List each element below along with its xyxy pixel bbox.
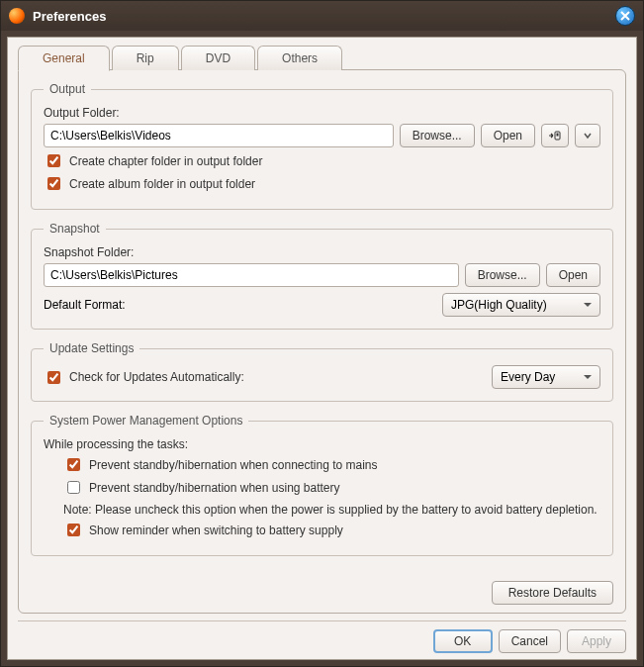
apply-button[interactable]: Apply xyxy=(567,629,626,653)
tab-others[interactable]: Others xyxy=(257,46,342,70)
output-folder-input[interactable] xyxy=(44,124,394,147)
snapshot-browse-button[interactable]: Browse... xyxy=(465,263,540,287)
snapshot-group: Snapshot Snapshot Folder: Browse... Open… xyxy=(31,222,613,330)
dialog-button-row: OK Cancel Apply xyxy=(18,620,626,653)
create-chapter-folder-label: Create chapter folder in output folder xyxy=(69,154,262,168)
prevent-standby-mains-checkbox[interactable] xyxy=(67,458,80,471)
power-while-label: While processing the tasks: xyxy=(44,437,600,451)
prevent-standby-battery-label: Prevent standby/hibernation when using b… xyxy=(89,481,340,495)
show-battery-reminder-checkbox[interactable] xyxy=(67,524,80,536)
check-updates-checkbox[interactable] xyxy=(47,371,60,384)
output-group: Output Output Folder: Browse... Open xyxy=(31,82,613,210)
app-icon xyxy=(9,8,25,24)
power-note: Note: Please uncheck this option when th… xyxy=(63,503,600,517)
tab-body: Output Output Folder: Browse... Open xyxy=(18,69,626,614)
window-title: Preferences xyxy=(33,9,615,24)
updates-group: Update Settings Check for Updates Automa… xyxy=(31,341,613,402)
svg-rect-1 xyxy=(557,134,559,137)
create-album-folder-checkbox[interactable] xyxy=(47,177,60,190)
power-group: System Power Management Options While pr… xyxy=(31,414,613,556)
check-updates-label: Check for Updates Automatically: xyxy=(69,370,244,384)
tab-bar: General Rip DVD Others xyxy=(18,46,626,70)
create-chapter-folder-checkbox[interactable] xyxy=(47,154,60,167)
default-format-label: Default Format: xyxy=(44,298,126,312)
chevron-down-icon xyxy=(584,132,592,140)
update-interval-select[interactable]: Every Day xyxy=(492,365,600,389)
output-device-button[interactable] xyxy=(541,124,569,147)
tab-rip[interactable]: Rip xyxy=(112,46,179,70)
snapshot-open-button[interactable]: Open xyxy=(546,263,600,287)
preferences-window: Preferences General Rip DVD Others Outpu… xyxy=(0,0,644,667)
output-legend: Output xyxy=(44,82,91,96)
device-arrow-icon xyxy=(548,129,562,143)
tab-dvd[interactable]: DVD xyxy=(181,46,255,70)
default-format-select[interactable]: JPG(High Quality) xyxy=(442,293,600,317)
create-album-folder-label: Create album folder in output folder xyxy=(69,177,255,191)
output-folder-label: Output Folder: xyxy=(44,106,600,120)
close-button[interactable] xyxy=(615,6,635,26)
ok-button[interactable]: OK xyxy=(433,629,493,653)
updates-legend: Update Settings xyxy=(44,341,139,355)
default-format-value: JPG(High Quality) xyxy=(451,298,547,312)
close-icon xyxy=(620,11,630,21)
content-panel: General Rip DVD Others Output Output Fol… xyxy=(7,37,637,660)
snapshot-folder-label: Snapshot Folder: xyxy=(44,245,600,259)
show-battery-reminder-label: Show reminder when switching to battery … xyxy=(89,524,343,537)
output-browse-button[interactable]: Browse... xyxy=(400,124,475,147)
output-device-dropdown-button[interactable] xyxy=(575,124,600,147)
power-legend: System Power Management Options xyxy=(44,414,248,428)
output-open-button[interactable]: Open xyxy=(481,124,535,147)
restore-defaults-button[interactable]: Restore Defaults xyxy=(492,581,613,605)
tab-general[interactable]: General xyxy=(18,46,110,71)
snapshot-legend: Snapshot xyxy=(44,222,106,236)
titlebar: Preferences xyxy=(1,1,643,31)
update-interval-value: Every Day xyxy=(501,370,555,384)
prevent-standby-mains-label: Prevent standby/hibernation when connect… xyxy=(89,458,378,472)
cancel-button[interactable]: Cancel xyxy=(499,629,561,653)
prevent-standby-battery-checkbox[interactable] xyxy=(67,481,80,494)
snapshot-folder-input[interactable] xyxy=(44,263,459,287)
